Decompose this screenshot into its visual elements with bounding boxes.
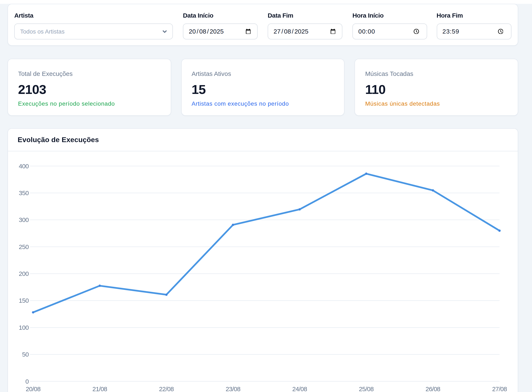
svg-text:21/08: 21/08	[92, 386, 107, 392]
svg-text:24/08: 24/08	[292, 386, 307, 392]
svg-text:27/08: 27/08	[492, 386, 507, 392]
svg-text:300: 300	[19, 216, 29, 223]
svg-text:50: 50	[22, 351, 29, 358]
svg-text:26/08: 26/08	[425, 386, 440, 392]
svg-text:20/08: 20/08	[26, 386, 41, 392]
svg-text:23/08: 23/08	[226, 386, 240, 392]
svg-text:350: 350	[19, 190, 29, 196]
svg-text:150: 150	[19, 297, 29, 304]
svg-text:25/08: 25/08	[359, 386, 374, 392]
svg-text:22/08: 22/08	[159, 386, 174, 392]
svg-text:250: 250	[19, 243, 29, 250]
svg-text:200: 200	[19, 270, 29, 277]
svg-text:100: 100	[19, 324, 29, 331]
svg-text:400: 400	[19, 163, 29, 170]
svg-text:0: 0	[25, 378, 29, 385]
